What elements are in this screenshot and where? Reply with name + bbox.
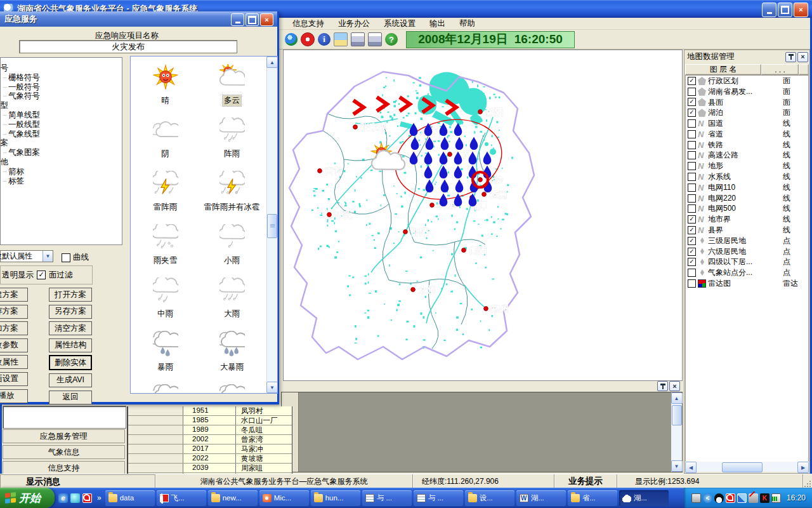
message-list-box[interactable] [3,406,126,429]
scroll-thumb[interactable] [722,462,763,472]
table-row[interactable]: 2039 周家咀 [128,464,292,473]
layer-row[interactable]: 铁路 线 [686,140,808,150]
chevron-down-icon[interactable]: ▼ [43,251,53,262]
weather-symbol-cell[interactable] [132,382,199,394]
column-more[interactable]: . . . [761,64,799,75]
tray-icon[interactable] [714,493,724,503]
taskbar-button[interactable]: 飞... [157,490,206,506]
layer-row[interactable]: 县面 面 [686,97,808,108]
curve-checkbox-row[interactable]: 曲线 [62,252,89,263]
quick-launch-icon[interactable] [82,493,92,503]
dialog-command-button[interactable]: 打开方案 [49,288,92,302]
column-layer-name[interactable]: 图 层 名 [685,64,761,75]
business-hint-button[interactable]: 业务提示 [554,474,617,488]
tray-icon[interactable] [691,493,701,503]
tree-item[interactable]: 符号 [0,64,122,73]
layer-checkbox[interactable] [688,162,696,170]
pin-icon[interactable] [657,381,668,391]
tree-item[interactable]: 简单线型 [1,110,122,120]
dialog-command-button[interactable]: 改参数 [0,338,28,352]
layer-checkbox[interactable] [688,226,696,234]
layer-checkbox[interactable] [688,279,696,288]
layer-checkbox[interactable] [688,119,696,128]
dialog-command-button[interactable]: 画设置 [0,372,28,386]
image-icon[interactable] [334,32,348,46]
menu-item[interactable]: 业务办公 [331,17,377,30]
layer-checkbox[interactable] [688,269,696,277]
taskbar-button[interactable]: hun... [311,490,360,506]
weather-symbol-cell[interactable]: 暴雨 [132,328,199,382]
maximize-button[interactable] [778,3,792,17]
nav-bar-item[interactable]: 应急服务管理 [3,429,125,443]
printer-icon[interactable] [351,32,365,46]
table-row[interactable]: 1989 冬瓜咀 [128,425,292,435]
tray-icon[interactable] [703,493,712,503]
layers-horizontal-scrollbar[interactable]: ◀ ▶ [685,462,809,472]
dialog-command-button[interactable]: 存方案 [0,305,28,319]
taskbar-button[interactable]: 与 ... [362,490,412,506]
layer-row[interactable]: 雷达图 雷达 [686,278,808,289]
dialog-command-button[interactable]: 另存方案 [49,305,92,319]
table-row[interactable]: 1951 凤羽村 [128,406,292,416]
hunan-map[interactable]: 张家界岳阳常德益阳吉首长沙株洲湘潭娄底怀化邵阳衡阳永州郴州 [284,50,682,380]
layer-checkbox[interactable] [688,215,696,224]
weather-symbol-cell[interactable]: 大暴雨 [199,328,265,382]
layer-row[interactable]: 国道 线 [686,118,808,129]
scroll-right-icon[interactable]: ▶ [797,462,809,473]
taskbar-button[interactable]: new... [208,490,258,506]
layer-row[interactable]: 六级居民地 点 [686,246,808,257]
layer-row[interactable]: 三级居民地 点 [686,236,808,246]
tree-item[interactable]: 气象符号 [1,91,122,101]
scroll-down-icon[interactable]: ▼ [671,460,683,472]
printer2-icon[interactable] [368,32,382,46]
weather-symbol-cell[interactable]: 大雨 [199,275,265,328]
dialog-maximize-button[interactable] [246,13,259,26]
close-icon[interactable]: × [669,381,680,391]
layer-checkbox[interactable] [688,109,696,117]
menu-item[interactable]: 信息支持 [285,17,331,30]
dialog-command-button[interactable]: 生成AVI [49,373,92,387]
layer-checkbox[interactable] [688,88,696,96]
quick-launch-icon[interactable] [58,493,68,503]
stop-icon[interactable] [301,32,315,46]
weather-symbol-cell[interactable]: 雷阵雨并有冰雹 [199,168,265,222]
dialog-command-button[interactable]: 加方案 [0,321,28,335]
scroll-up-icon[interactable]: ▲ [671,392,683,404]
tree-item[interactable]: 线型 [0,101,122,110]
taskbar-button[interactable]: Mic... [259,490,309,506]
weather-symbol-cell[interactable]: 小雨 [199,222,265,275]
quick-launch-icon[interactable] [70,493,80,503]
tray-icon[interactable] [749,493,758,503]
layer-row[interactable]: 电网220 线 [686,193,808,204]
tree-item[interactable]: 气象图案 [1,148,122,157]
taskbar-button[interactable]: 与 ... [414,490,463,506]
table-row[interactable]: 1985 水口山一厂 [128,416,292,425]
symbols-vertical-scrollbar[interactable]: ▲ ▼ [266,57,277,393]
taskbar-button[interactable]: data [105,490,155,506]
dialog-command-button[interactable]: 属性结构 [49,338,92,352]
dialog-command-button[interactable]: 返回 [49,391,92,404]
weather-symbol-cell[interactable] [199,382,265,394]
globe-icon[interactable] [285,33,298,46]
tree-item[interactable]: 一般符号 [1,83,122,92]
scroll-thumb[interactable] [267,214,277,238]
weather-symbol-cell[interactable]: 阵雨 [199,115,265,168]
tray-icon[interactable] [726,493,735,503]
pin-icon[interactable] [785,52,796,62]
table-row[interactable]: 2017 马家冲 [128,444,292,454]
table-row[interactable]: 2002 曾家湾 [128,435,292,444]
layer-checkbox[interactable] [688,204,696,213]
layer-row[interactable]: 地形 线 [686,161,808,171]
map-panel[interactable]: 张家界岳阳常德益阳吉首长沙株洲湘潭娄底怀化邵阳衡阳永州郴州 [283,50,683,381]
tree-item[interactable]: 一般线型 [1,120,122,130]
scroll-thumb[interactable] [672,405,682,425]
dialog-command-button[interactable]: 建方案 [0,288,28,302]
tray-icon[interactable] [771,493,781,503]
table-row[interactable]: 2022 黄坡塘 [128,454,292,464]
layer-row[interactable]: 省道 线 [686,129,808,140]
layer-row[interactable]: 电网500 线 [686,204,808,215]
layer-checkbox[interactable] [688,173,696,181]
tree-item[interactable]: 标签 [1,177,122,186]
menu-item[interactable]: 帮助 [452,17,482,30]
layer-checkbox[interactable] [688,98,696,106]
